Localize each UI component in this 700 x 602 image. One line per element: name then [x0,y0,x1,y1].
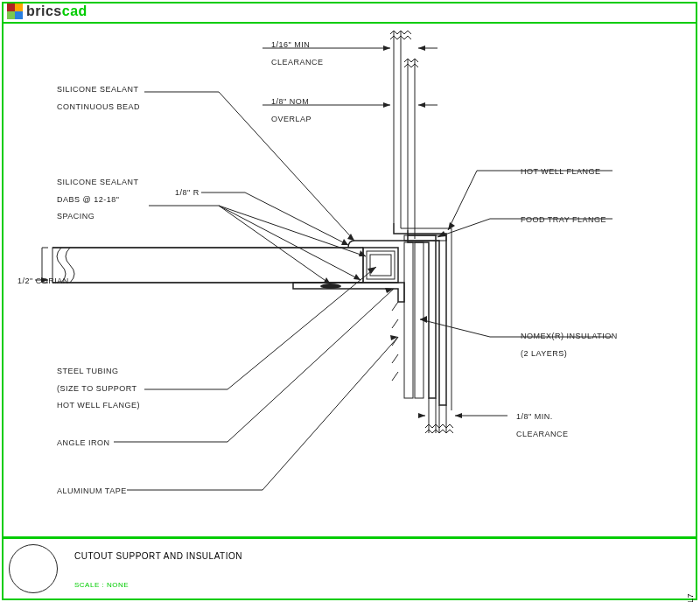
logo-icon [7,4,23,19]
drawing-title: CUTOUT SUPPORT AND INSULATION [74,551,242,561]
svg-marker-51 [455,413,462,418]
svg-line-30 [392,302,398,311]
svg-line-31 [392,319,398,328]
drawing-scale: SCALE : NONE [74,581,129,589]
svg-line-34 [392,372,398,381]
label-corian: 1/2" CORIAN [18,276,69,288]
label-nomex: NOMEX(R) INSULATION (2 LAYERS) [521,331,618,360]
svg-marker-15 [418,102,425,108]
label-clearance-bot: 1/8" MIN. CLEARANCE [516,411,569,440]
svg-rect-20 [367,251,395,279]
logo-text: bricscad [26,4,88,19]
label-steel-tubing: STEEL TUBING (SIZE TO SUPPORT HOT WELL F… [57,366,140,412]
svg-marker-11 [418,46,425,51]
svg-rect-23 [404,242,413,398]
drawing-code: INSUL7 [686,593,695,602]
label-aluminum-tape: ALUMINUM TAPE [57,486,127,498]
svg-rect-19 [363,248,398,283]
svg-marker-36 [324,277,331,284]
svg-marker-45 [359,250,366,256]
label-radius: 1/8" R [175,187,200,200]
label-clearance-top: 1/16" MIN CLEARANCE [271,39,324,68]
label-food-tray: FOOD TRAY FLANGE [521,214,606,227]
svg-line-33 [392,354,398,363]
svg-rect-16 [52,248,363,283]
svg-marker-9 [383,46,390,51]
detail-bubble [9,544,58,593]
svg-marker-53 [418,413,425,418]
label-overlap: 1/8" NOM OVERLAP [271,96,312,125]
svg-marker-13 [383,102,390,108]
label-silicone-bead: SILICONE SEALANT CONTINUOUS BEAD [57,84,140,113]
corian-slab [52,248,363,283]
svg-rect-21 [370,255,391,276]
label-silicone-dabs: SILICONE SEALANT DABS @ 12-18" SPACING [57,177,139,223]
label-angle-iron: ANGLE IRON [57,438,110,450]
title-block-frame [2,537,697,600]
app-logo: bricscad [7,4,88,19]
label-hot-well: HOT WELL FLANGE [521,166,601,178]
